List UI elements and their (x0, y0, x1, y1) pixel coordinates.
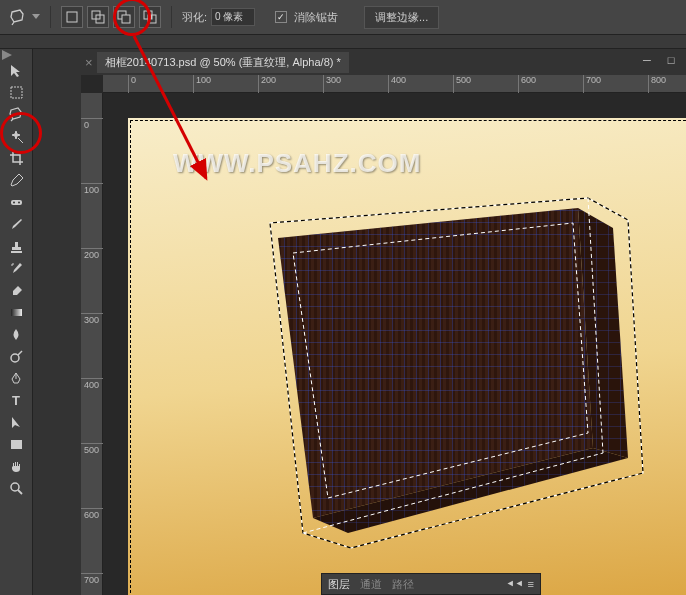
maximize-button[interactable]: □ (662, 52, 680, 68)
3d-block (248, 198, 668, 595)
refine-edge-button[interactable]: 调整边缘... (364, 6, 439, 29)
eyedropper-tool[interactable] (4, 169, 28, 191)
zoom-tool[interactable] (4, 477, 28, 499)
blur-tool[interactable] (4, 323, 28, 345)
panel-tab-layers[interactable]: 图层 (328, 577, 350, 592)
svg-text:T: T (12, 393, 20, 408)
ruler-horizontal: 0100200300400500600700800 (103, 75, 686, 93)
svg-rect-7 (148, 15, 152, 19)
move-tool[interactable] (4, 59, 28, 81)
pen-tool[interactable] (4, 367, 28, 389)
rect-marquee-tool[interactable] (4, 81, 28, 103)
polygon-lasso-tool-icon (8, 7, 28, 27)
crop-tool[interactable] (4, 147, 28, 169)
panel-tab-channels[interactable]: 通道 (360, 577, 382, 592)
selection-add[interactable] (87, 6, 109, 28)
tool-dropdown-icon[interactable] (32, 14, 40, 20)
svg-rect-9 (11, 200, 22, 205)
svg-point-10 (13, 201, 15, 203)
svg-point-13 (11, 354, 19, 362)
stamp-tool[interactable] (4, 235, 28, 257)
watermark: WWW.PSAHZ.COM (173, 148, 421, 179)
dodge-tool[interactable] (4, 345, 28, 367)
hand-tool[interactable] (4, 455, 28, 477)
brush-tool[interactable] (4, 213, 28, 235)
selection-intersect[interactable] (139, 6, 161, 28)
antialias-checkbox[interactable]: ✓ (275, 11, 287, 23)
svg-point-16 (11, 483, 19, 491)
canvas[interactable]: WWW.PSAHZ.COM (128, 118, 686, 595)
selection-new[interactable] (61, 6, 83, 28)
path-select-tool[interactable] (4, 411, 28, 433)
ruler-vertical: 0100200300400500600700 (81, 93, 103, 595)
healing-tool[interactable] (4, 191, 28, 213)
minimize-button[interactable]: ─ (638, 52, 656, 68)
svg-rect-15 (11, 440, 22, 449)
document-tab[interactable]: 相框20140713.psd @ 50% (垂直纹理, Alpha/8) * (97, 52, 349, 73)
feather-input[interactable] (211, 8, 255, 26)
doc-close-x[interactable]: × (85, 55, 93, 70)
tools-panel: T (0, 49, 33, 595)
eraser-tool[interactable] (4, 279, 28, 301)
feather-label: 羽化: (182, 10, 207, 25)
polygon-lasso-tool[interactable] (4, 103, 28, 125)
svg-rect-8 (11, 87, 22, 98)
layers-panel-tab-bar[interactable]: 图层 通道 路径 ◄◄ ≡ (321, 573, 541, 595)
svg-rect-0 (67, 12, 77, 22)
magic-wand-tool[interactable] (4, 125, 28, 147)
history-brush-tool[interactable] (4, 257, 28, 279)
panel-tab-paths[interactable]: 路径 (392, 577, 414, 592)
rectangle-tool[interactable] (4, 433, 28, 455)
panel-menu-icon[interactable]: ≡ (528, 578, 534, 590)
gradient-tool[interactable] (4, 301, 28, 323)
svg-rect-4 (122, 15, 130, 23)
svg-rect-12 (11, 309, 22, 316)
panel-collapse-icon[interactable]: ◄◄ (506, 578, 524, 590)
svg-point-11 (18, 201, 20, 203)
antialias-label: 消除锯齿 (294, 10, 338, 25)
document-title: 相框20140713.psd @ 50% (垂直纹理, Alpha/8) * (105, 55, 341, 70)
type-tool[interactable]: T (4, 389, 28, 411)
selection-subtract[interactable] (113, 6, 135, 28)
